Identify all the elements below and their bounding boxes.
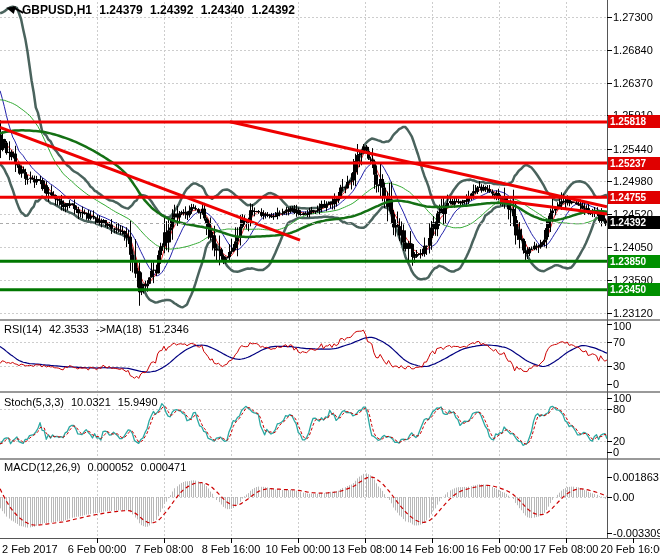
- rsi-ma-value: 51.2346: [149, 323, 189, 335]
- ohlc-open: 1.24379: [99, 3, 142, 17]
- rsi-axis-tick: 100: [613, 320, 631, 332]
- support-price-badge: 1.23450: [608, 283, 660, 296]
- time-axis-label: 20 Feb 16:00: [601, 543, 660, 555]
- stoch-name: Stoch(5,3,3): [4, 396, 64, 408]
- chart-canvas[interactable]: [0, 0, 660, 560]
- symbol-timeframe-label: GBPUSD,H1: [22, 3, 92, 17]
- resistance-price-badge: 1.25818: [608, 115, 660, 128]
- time-axis-label: 6 Feb 00:00: [68, 543, 127, 555]
- price-axis-tick: 1.24980: [613, 175, 653, 187]
- price-axis-tick: 1.25440: [613, 143, 653, 155]
- price-axis-tick: 1.26370: [613, 77, 653, 89]
- price-axis-tick: 1.26840: [613, 44, 653, 56]
- macd-axis-tick: 0.00: [613, 491, 634, 503]
- trading-chart-window: GBPUSD,H1 1.24379 1.24392 1.24340 1.2439…: [0, 0, 660, 560]
- stoch-axis-tick: 80: [613, 403, 625, 415]
- time-axis-label: 14 Feb 16:00: [400, 543, 465, 555]
- time-axis-label: 13 Feb 08:00: [333, 543, 398, 555]
- support-price-badge: 1.23850: [608, 255, 660, 268]
- time-axis-label: 8 Feb 16:00: [202, 543, 261, 555]
- price-axis-tick: 1.24050: [613, 241, 653, 253]
- stoch-d-value: 15.9490: [118, 396, 158, 408]
- resistance-price-badge: 1.25237: [608, 157, 660, 170]
- chart-title: GBPUSD,H1 1.24379 1.24392 1.24340 1.2439…: [22, 3, 299, 17]
- macd-axis-tick: -0.003309: [613, 527, 660, 539]
- stochastic-panel-title: Stoch(5,3,3) 10.0321 15.9490: [4, 396, 162, 408]
- price-axis-tick: 1.27300: [613, 11, 653, 23]
- macd-panel-title: MACD(12,26,9) 0.000052 0.000471: [4, 461, 190, 473]
- ohlc-low: 1.24340: [201, 3, 244, 17]
- rsi-axis-tick: 0: [613, 378, 619, 390]
- rsi-axis-tick: 70: [613, 336, 625, 348]
- time-axis-label: 16 Feb 00:00: [467, 543, 532, 555]
- rsi-value: 42.3533: [49, 323, 89, 335]
- stoch-k-value: 10.0321: [71, 396, 111, 408]
- macd-name: MACD(12,26,9): [4, 461, 80, 473]
- resistance-price-badge: 1.24755: [608, 191, 660, 204]
- rsi-name: RSI(14): [4, 323, 42, 335]
- macd-axis-tick: 0.001863: [613, 471, 659, 483]
- macd-value: 0.000052: [87, 461, 133, 473]
- ohlc-high: 1.24392: [150, 3, 193, 17]
- stoch-axis-tick: 0: [613, 446, 619, 458]
- time-axis-label: 2 Feb 2017: [2, 543, 58, 555]
- ohlc-close: 1.24392: [252, 3, 295, 17]
- current-price-badge: 1.24392: [608, 216, 660, 229]
- price-axis-tick: 1.23120: [613, 307, 653, 319]
- time-axis-label: 10 Feb 00:00: [266, 543, 331, 555]
- rsi-panel-title: RSI(14) 42.3533 ->MA(18) 51.2346: [4, 323, 193, 335]
- rsi-axis-tick: 30: [613, 360, 625, 372]
- rsi-ma-name: ->MA(18): [96, 323, 142, 335]
- time-axis-label: 7 Feb 08:00: [135, 543, 194, 555]
- time-axis-label: 17 Feb 08:00: [534, 543, 599, 555]
- macd-signal-value: 0.000471: [140, 461, 186, 473]
